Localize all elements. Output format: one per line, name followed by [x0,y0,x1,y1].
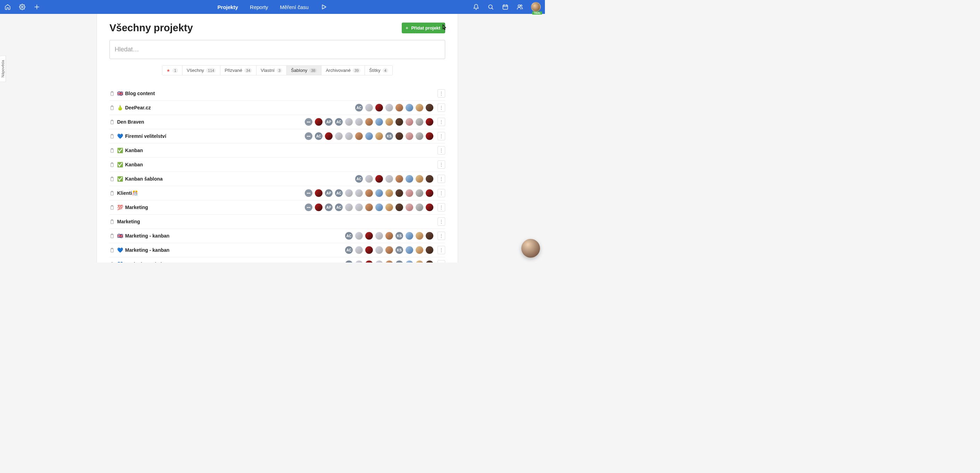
member-avatar[interactable] [395,132,404,141]
row-menu-button[interactable]: ⋮ [438,118,445,126]
member-avatar[interactable] [385,103,394,112]
member-avatar[interactable] [375,103,383,112]
member-more[interactable]: ••• [304,132,313,141]
member-avatar[interactable] [375,231,383,240]
member-avatar[interactable] [385,175,394,183]
row-menu-button[interactable]: ⋮ [438,232,445,240]
row-menu-button[interactable]: ⋮ [438,89,445,98]
project-name[interactable]: Klienti🎊 [117,190,304,196]
nav-projects[interactable]: Projekty [218,4,238,10]
member-avatar[interactable] [355,246,363,254]
member-avatar[interactable] [344,189,353,198]
member-avatar[interactable] [355,132,363,141]
member-avatar[interactable] [415,103,424,112]
member-avatar[interactable]: AP [324,117,333,126]
play-icon[interactable] [320,3,327,10]
add-icon[interactable] [33,3,40,10]
filter-labels[interactable]: Štítky 4 [365,66,392,75]
member-avatar[interactable] [314,203,323,212]
member-avatar[interactable]: AC [334,117,344,126]
member-avatar[interactable] [364,246,374,254]
member-avatar[interactable] [425,189,434,198]
member-avatar[interactable] [425,117,434,126]
member-avatar[interactable] [355,231,363,240]
member-avatar[interactable] [375,203,383,212]
member-avatar[interactable] [425,132,434,141]
member-avatar[interactable] [375,132,383,141]
project-name[interactable]: 💯Marketing [117,205,304,210]
filter-all[interactable]: Všechny 114 [183,66,220,75]
member-avatar[interactable] [385,231,394,240]
project-name[interactable]: 💙Firemní velitelství [117,133,304,139]
member-avatar[interactable] [425,246,434,254]
member-avatar[interactable] [405,189,414,198]
row-menu-button[interactable]: ⋮ [438,175,445,183]
member-avatar[interactable] [425,260,434,263]
filter-invited[interactable]: Přizvané 34 [220,66,256,75]
nav-reports[interactable]: Reporty [250,4,268,10]
member-avatar[interactable] [364,260,374,263]
member-avatar[interactable] [364,132,374,141]
member-avatar[interactable] [405,203,414,212]
member-avatar[interactable] [415,117,424,126]
project-name[interactable]: 🇬🇧Blog content [117,90,434,96]
member-avatar[interactable] [425,103,434,112]
member-avatar[interactable] [395,117,404,126]
project-name[interactable]: ✅Kanban šablona [117,176,355,182]
user-avatar[interactable]: TRIAL [531,2,541,12]
member-avatar[interactable] [425,175,434,183]
member-avatar[interactable] [355,260,363,263]
member-avatar[interactable] [385,189,394,198]
member-avatar[interactable]: AP [324,203,333,212]
member-avatar[interactable] [364,117,374,126]
member-avatar[interactable] [344,117,353,126]
member-avatar[interactable]: AC [334,203,344,212]
member-avatar[interactable] [415,175,424,183]
member-avatar[interactable] [415,231,424,240]
filter-starred[interactable]: ★ 1 [162,66,183,75]
member-avatar[interactable] [364,231,374,240]
project-name[interactable]: ✅Kanban [117,148,434,153]
member-avatar[interactable] [425,231,434,240]
member-avatar[interactable] [355,117,363,126]
member-avatar[interactable]: AC [344,246,353,254]
member-avatar[interactable] [364,175,374,183]
project-name[interactable]: 💙Marketingový tým [117,262,344,263]
project-name[interactable]: Den Braven [117,119,304,125]
member-avatar[interactable] [314,117,323,126]
member-avatar[interactable] [355,203,363,212]
people-icon[interactable] [516,3,523,10]
member-avatar[interactable] [395,103,404,112]
help-sidebar-tab[interactable]: Nápověda [0,56,6,82]
member-avatar[interactable] [405,103,414,112]
add-project-button[interactable]: ＋ Přidat projekt [402,22,445,33]
member-avatar[interactable]: KS [395,231,404,240]
search-icon[interactable] [487,3,494,10]
member-avatar[interactable]: AC [334,189,344,198]
member-avatar[interactable] [355,189,363,198]
member-more[interactable]: ••• [304,203,313,212]
filter-own[interactable]: Vlastní 3 [256,66,287,75]
member-avatar[interactable] [364,203,374,212]
member-avatar[interactable] [375,246,383,254]
bell-icon[interactable] [473,3,480,10]
project-name[interactable]: 🇬🇧Marketing - kanban [117,233,344,238]
member-avatar[interactable] [395,203,404,212]
member-avatar[interactable] [405,132,414,141]
member-avatar[interactable] [405,231,414,240]
search-input[interactable] [110,40,445,59]
member-avatar[interactable] [314,189,323,198]
member-avatar[interactable] [334,132,344,141]
member-avatar[interactable] [344,203,353,212]
member-avatar[interactable]: AC [355,103,363,112]
member-avatar[interactable] [375,175,383,183]
member-avatar[interactable] [405,175,414,183]
member-avatar[interactable] [385,203,394,212]
member-avatar[interactable] [415,203,424,212]
project-name[interactable]: 💙Marketing - kanban [117,247,344,253]
member-avatar[interactable]: AC [344,231,353,240]
member-avatar[interactable]: KS [385,132,394,141]
filter-templates[interactable]: Šablony 38 [287,66,321,75]
member-avatar[interactable] [385,117,394,126]
member-avatar[interactable] [375,260,383,263]
